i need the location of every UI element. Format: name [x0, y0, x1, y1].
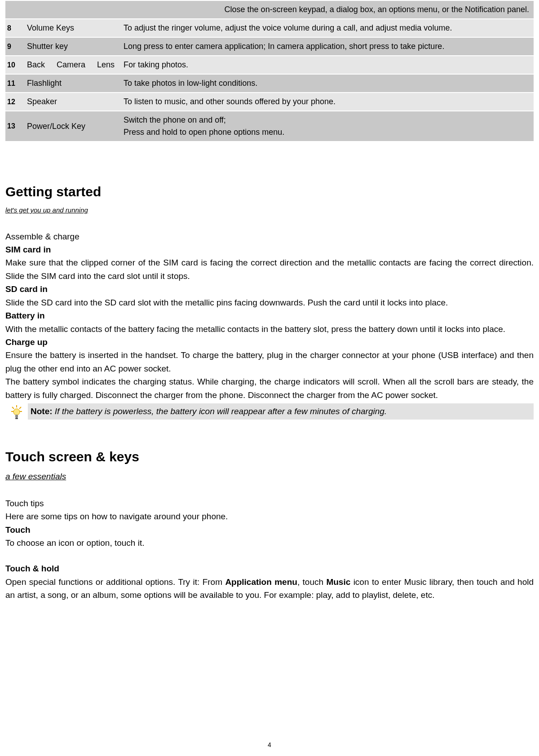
battery-text: With the metallic contacts of the batter…: [5, 323, 534, 336]
table-cell-name: Shutter key: [22, 37, 119, 56]
table-cell-num: 10: [5, 56, 22, 74]
keys-table: Close the on-screen keypad, a dialog box…: [5, 0, 534, 141]
table-cell-num: 9: [5, 37, 22, 56]
table-cell-num: 12: [5, 93, 22, 111]
touch-hold-bold2: Music: [326, 577, 350, 587]
sd-text: Slide the SD card into the SD card slot …: [5, 296, 534, 309]
getting-started-subtitle: let's get you up and running: [5, 205, 534, 216]
svg-rect-7: [15, 418, 18, 419]
charge-heading: Charge up: [5, 336, 534, 349]
sim-heading: SIM card in: [5, 243, 534, 256]
svg-line-2: [19, 407, 21, 409]
note-label: Note:: [31, 407, 53, 416]
touch-hold-heading: Touch & hold: [5, 562, 534, 575]
table-row: 11FlashlightTo take photos in low-light …: [5, 74, 534, 93]
note-text: Note: If the battery is powerless, the b…: [28, 403, 534, 419]
charge-text-1: Ensure the battery is inserted in the ha…: [5, 349, 534, 375]
table-cell-name: Speaker: [22, 93, 119, 111]
table-row: 8Volume KeysTo adjust the ringer volume,…: [5, 19, 534, 37]
table-cell-num: 11: [5, 74, 22, 93]
sd-heading: SD card in: [5, 283, 534, 296]
sim-text: Make sure that the clipped corner of the…: [5, 256, 534, 283]
table-cell-desc: For taking photos.: [119, 56, 534, 74]
touch-text: To choose an icon or option, touch it.: [5, 536, 534, 549]
table-cell-desc: Switch the phone on and off;Press and ho…: [119, 111, 534, 141]
table-cell-desc: Close the on-screen keypad, a dialog box…: [5, 0, 534, 19]
table-row: 10Back Camera LensFor taking photos.: [5, 56, 534, 74]
assemble-heading: Assemble & charge: [5, 230, 534, 243]
table-row: Close the on-screen keypad, a dialog box…: [5, 0, 534, 19]
touch-tips-heading: Touch tips: [5, 497, 534, 510]
table-cell-name: Power/Lock Key: [22, 111, 119, 141]
charge-text-2: The battery symbol indicates the chargin…: [5, 375, 534, 402]
note-row: Note: If the battery is powerless, the b…: [5, 403, 534, 420]
touch-heading: Touch: [5, 523, 534, 536]
touch-hold-text: Open special functions or additional opt…: [5, 575, 534, 602]
touch-screen-subtitle: a few essentials: [5, 470, 534, 483]
note-body: If the battery is powerless, the battery…: [53, 407, 387, 416]
page-number: 4: [0, 740, 539, 750]
touch-screen-heading: Touch screen & keys: [5, 447, 534, 467]
touch-hold-run1: Open special functions or additional opt…: [5, 577, 225, 587]
table-cell-num: 8: [5, 19, 22, 37]
touch-hold-bold1: Application menu: [225, 577, 297, 587]
table-cell-desc: To take photos in low-light conditions.: [119, 74, 534, 93]
table-cell-name: Flashlight: [22, 74, 119, 93]
table-row: 12SpeakerTo listen to music, and other s…: [5, 93, 534, 111]
table-cell-name: Back Camera Lens: [22, 56, 119, 74]
table-row: 13Power/Lock KeySwitch the phone on and …: [5, 111, 534, 141]
getting-started-heading: Getting started: [5, 181, 534, 202]
svg-line-1: [12, 407, 14, 409]
battery-heading: Battery in: [5, 309, 534, 322]
table-cell-desc: To listen to music, and other sounds off…: [119, 93, 534, 111]
table-cell-num: 13: [5, 111, 22, 141]
table-row: 9Shutter keyLong press to enter camera a…: [5, 37, 534, 56]
touch-tips-text: Here are some tips on how to navigate ar…: [5, 510, 534, 523]
touch-hold-run2: , touch: [297, 577, 327, 587]
table-cell-desc: Long press to enter camera application; …: [119, 37, 534, 56]
lightbulb-icon: [5, 403, 28, 420]
svg-point-5: [13, 409, 20, 415]
svg-rect-6: [15, 415, 18, 418]
table-cell-desc: To adjust the ringer volume, adjust the …: [119, 19, 534, 37]
table-cell-name: Volume Keys: [22, 19, 119, 37]
